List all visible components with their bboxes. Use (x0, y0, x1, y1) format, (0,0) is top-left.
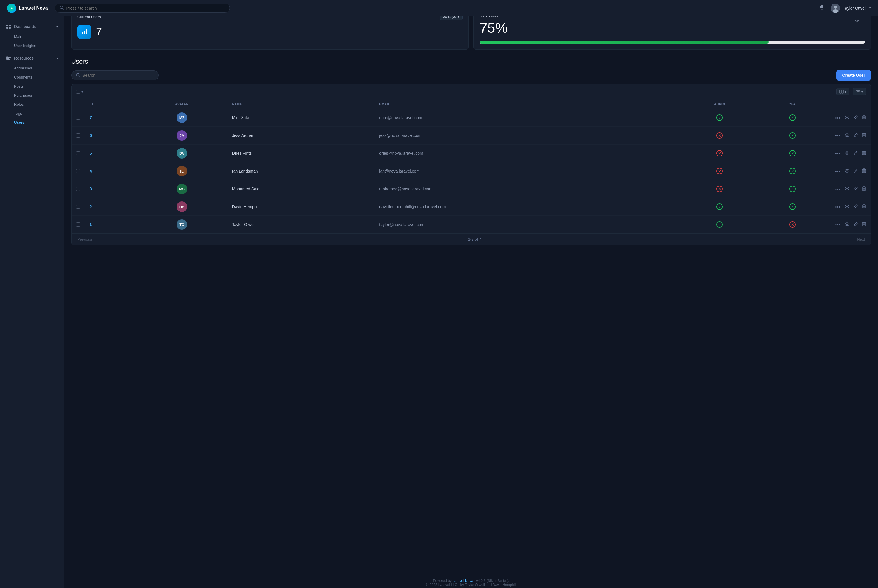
svg-point-32 (847, 135, 848, 136)
row-more-button-6[interactable]: ••• (835, 133, 841, 138)
app-name: Laravel Nova (19, 6, 48, 11)
sidebar-item-purchases[interactable]: Purchases (0, 91, 64, 100)
footer-copyright: © 2022 Laravel LLC · by Taylor Otwell an… (426, 583, 516, 587)
row-edit-button-2[interactable] (854, 204, 858, 209)
user-2fa-3: ✓ (761, 180, 824, 198)
user-menu[interactable]: Taylor Otwell ▾ (831, 3, 871, 13)
user-avatar-6: JA (177, 130, 187, 141)
user-id-1[interactable]: 1 (90, 222, 92, 227)
row-edit-button-4[interactable] (854, 168, 858, 174)
footer-brand-link[interactable]: Laravel Nova (452, 579, 473, 583)
row-checkbox-1[interactable] (76, 222, 80, 226)
row-more-button-3[interactable]: ••• (835, 186, 841, 192)
svg-line-18 (79, 76, 80, 76)
user-id-4[interactable]: 4 (90, 169, 92, 173)
sidebar-section-resources[interactable]: Resources ▾ (0, 52, 64, 64)
row-view-button-1[interactable] (845, 222, 850, 227)
user-avatar-3: MS (177, 184, 187, 194)
row-delete-button-6[interactable] (862, 133, 866, 138)
svg-rect-40 (862, 152, 866, 155)
notification-bell[interactable] (819, 4, 825, 12)
svg-point-67 (847, 224, 848, 225)
row-checkbox-4[interactable] (76, 169, 80, 173)
sidebar-item-main[interactable]: Main (0, 32, 64, 41)
row-delete-button-3[interactable] (862, 186, 866, 192)
footer-version: · v4.0.3 (Silver Surfer). (474, 579, 509, 583)
logo[interactable]: Laravel Nova (7, 3, 48, 13)
table-search-input[interactable] (82, 73, 154, 78)
row-more-button-2[interactable]: ••• (835, 204, 841, 209)
sidebar-item-users[interactable]: Users (0, 118, 64, 127)
row-delete-button-7[interactable] (862, 115, 866, 120)
user-id-6[interactable]: 6 (90, 133, 92, 138)
select-all-checkbox[interactable] (76, 90, 80, 94)
row-delete-button-5[interactable] (862, 151, 866, 156)
row-edit-button-1[interactable] (854, 222, 858, 227)
row-view-button-5[interactable] (845, 151, 850, 156)
row-more-button-1[interactable]: ••• (835, 222, 841, 227)
admin-status-icon: ✕ (716, 132, 723, 139)
row-view-button-7[interactable] (845, 115, 850, 121)
svg-rect-68 (862, 223, 866, 226)
dashboards-chevron: ▾ (56, 25, 58, 28)
sidebar-section-dashboards[interactable]: Dashboards ▾ (0, 21, 64, 32)
row-edit-button-5[interactable] (854, 151, 858, 156)
user-admin-5: ✕ (678, 144, 761, 162)
col-name: NAME (228, 99, 375, 109)
pagination-next[interactable]: Next (857, 237, 865, 242)
user-avatar-1: TO (177, 219, 187, 230)
col-id: ID (85, 99, 136, 109)
sidebar-item-user-insights[interactable]: User Insights (0, 41, 64, 50)
row-checkbox-5[interactable] (76, 151, 80, 155)
user-id-7[interactable]: 7 (90, 116, 92, 120)
user-email-5: dries@nova.laravel.com (375, 144, 678, 162)
columns-button[interactable]: ▾ (836, 88, 850, 96)
user-id-3[interactable]: 3 (90, 186, 92, 191)
filter-button[interactable]: ▾ (853, 88, 866, 96)
twofa-status-icon: ✓ (789, 114, 796, 121)
row-view-button-6[interactable] (845, 133, 850, 138)
resources-chevron: ▾ (56, 56, 58, 60)
sidebar-item-tags[interactable]: Tags (0, 109, 64, 118)
user-2fa-1: ✕ (761, 216, 824, 234)
table-search[interactable] (71, 70, 159, 80)
svg-rect-7 (9, 24, 10, 26)
row-checkbox-3[interactable] (76, 187, 80, 191)
user-id-2[interactable]: 2 (90, 204, 92, 209)
user-name-1: Taylor Otwell (228, 216, 375, 234)
row-more-button-4[interactable]: ••• (835, 169, 841, 174)
row-checkbox-2[interactable] (76, 205, 80, 209)
table-row: 4 IL Ian Landsman ian@nova.laravel.com ✕… (72, 162, 871, 180)
svg-point-46 (847, 170, 848, 171)
sidebar-item-posts[interactable]: Posts (0, 82, 64, 91)
row-more-button-7[interactable]: ••• (835, 116, 841, 120)
row-view-button-2[interactable] (845, 204, 850, 210)
row-delete-button-4[interactable] (862, 168, 866, 174)
row-view-button-3[interactable] (845, 186, 850, 192)
svg-rect-47 (862, 170, 866, 172)
global-search[interactable] (55, 3, 230, 12)
row-delete-button-1[interactable] (862, 222, 866, 227)
row-edit-button-3[interactable] (854, 186, 858, 192)
global-search-input[interactable] (66, 6, 225, 10)
user-email-1: taylor@nova.laravel.com (375, 216, 678, 234)
row-checkbox-6[interactable] (76, 134, 80, 138)
user-email-7: mior@nova.laravel.com (375, 109, 678, 127)
pagination-prev[interactable]: Previous (77, 237, 92, 242)
row-edit-button-6[interactable] (854, 133, 858, 138)
select-all-checkbox-wrap[interactable]: ▾ (76, 90, 83, 94)
row-edit-button-7[interactable] (854, 115, 858, 120)
row-view-button-4[interactable] (845, 168, 850, 174)
user-admin-1: ✓ (678, 216, 761, 234)
sidebar-item-addresses[interactable]: Addresses (0, 64, 64, 73)
col-2fa: 2FA (761, 99, 824, 109)
user-id-5[interactable]: 5 (90, 151, 92, 156)
row-delete-button-2[interactable] (862, 204, 866, 209)
sidebar-item-comments[interactable]: Comments (0, 73, 64, 82)
sidebar-item-roles[interactable]: Roles (0, 100, 64, 109)
user-admin-2: ✓ (678, 198, 761, 216)
row-more-button-5[interactable]: ••• (835, 151, 841, 156)
create-user-button[interactable]: Create User (836, 70, 871, 81)
select-all-chevron[interactable]: ▾ (81, 90, 83, 94)
row-checkbox-7[interactable] (76, 116, 80, 120)
